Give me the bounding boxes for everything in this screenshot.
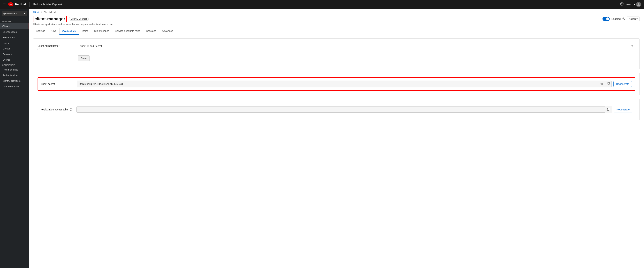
sidebar-item-authentication[interactable]: Authentication [0, 73, 29, 78]
sidebar-item-events[interactable]: Events [0, 57, 29, 63]
navbar: ☰ RH Red Hat Red Hat build of Keycloak ?… [0, 0, 644, 9]
user-avatar [636, 2, 641, 7]
sidebar-item-users[interactable]: Users [0, 40, 29, 46]
sidebar-item-realm-settings[interactable]: Realm settings [0, 67, 29, 73]
main-layout: globex-user1 ▾ Manage Clients Client sco… [0, 9, 644, 268]
sidebar-item-sessions[interactable]: Sessions [0, 52, 29, 57]
sidebar-item-clients-label: Clients [2, 25, 10, 28]
sidebar-item-client-scopes[interactable]: Client scopes [0, 29, 29, 35]
tab-credentials[interactable]: Credentials [59, 28, 79, 35]
username: user1 [626, 3, 633, 6]
authenticator-label: Client Authenticator [38, 45, 74, 47]
sidebar: globex-user1 ▾ Manage Clients Client sco… [0, 9, 29, 268]
breadcrumb: Clients > Client details [29, 9, 644, 14]
registration-token-input[interactable] [76, 107, 605, 113]
sidebar-item-user-federation-label: User federation [3, 85, 19, 88]
sidebar-item-clients[interactable]: Clients [0, 23, 29, 29]
authenticator-control-col: Client Id and SecretClient Secret JWTPri… [78, 43, 635, 49]
secret-label: Client secret [41, 83, 77, 85]
token-copy-icon[interactable] [605, 106, 612, 113]
tab-settings[interactable]: Settings [33, 28, 48, 35]
token-label-col: Registration access token i [40, 108, 76, 111]
sidebar-item-user-federation[interactable]: User federation [0, 84, 29, 89]
card-body-authenticator: Client Authenticator i Client Id and Sec… [33, 39, 640, 69]
redhat-logo-icon: RH [8, 2, 14, 7]
sidebar-item-events-label: Events [3, 59, 10, 61]
sidebar-item-realm-roles-label: Realm roles [3, 36, 15, 39]
card-body-secret: Client secret [33, 73, 640, 95]
page-header: client-manager OpenID Connect Enabled ? … [29, 14, 644, 22]
registration-token-row: Registration access token i Regenerate [38, 103, 635, 116]
sidebar-item-realm-roles[interactable]: Realm roles [0, 35, 29, 40]
save-button[interactable]: Save [78, 55, 90, 61]
breadcrumb-current: Client details [44, 11, 57, 14]
breadcrumb-separator: > [41, 11, 43, 14]
action-label: Action [629, 18, 636, 20]
sidebar-item-sessions-label: Sessions [3, 53, 12, 56]
client-secret-row: Client secret [38, 77, 635, 91]
action-dropdown[interactable]: Action ▾ [627, 17, 640, 21]
sidebar-item-authentication-label: Authentication [3, 74, 18, 77]
sidebar-item-realm-settings-label: Realm settings [3, 68, 18, 71]
registration-token-card: Registration access token i Regenerate [33, 99, 640, 120]
help-icon[interactable]: ? [620, 2, 624, 6]
page-title: client-manager [33, 16, 67, 22]
enabled-toggle[interactable] [602, 17, 610, 21]
sidebar-item-users-label: Users [3, 42, 9, 45]
svg-text:RH: RH [10, 4, 12, 6]
sidebar-item-identity-providers-label: Identity providers [3, 80, 20, 82]
manage-section-label: Manage [0, 19, 29, 23]
regenerate-token-button[interactable]: Regenerate [614, 107, 632, 112]
realm-chevron-icon: ▾ [24, 12, 25, 15]
authenticator-row: Client Authenticator i Client Id and Sec… [38, 43, 635, 50]
tab-client-scopes[interactable]: Client scopes [91, 28, 112, 35]
authenticator-select[interactable]: Client Id and SecretClient Secret JWTPri… [78, 43, 635, 49]
realm-selector[interactable]: globex-user1 ▾ [2, 11, 27, 16]
enabled-label: Enabled [612, 18, 621, 20]
realm-name: globex-user1 [4, 12, 17, 15]
regenerate-secret-button[interactable]: Regenerate [614, 81, 632, 87]
openid-connect-badge: OpenID Connect [69, 17, 89, 21]
token-input-group [76, 106, 612, 113]
tab-service-accounts-roles[interactable]: Service accounts roles [112, 28, 143, 35]
save-label-spacer [38, 54, 74, 55]
navbar-product: Red Hat build of Keycloak [33, 3, 62, 6]
secret-hide-icon[interactable] [598, 81, 605, 87]
navbar-right: ? user1 ▾ [620, 2, 641, 7]
configure-section-label: Configure [0, 63, 29, 67]
sidebar-item-identity-providers[interactable]: Identity providers [0, 78, 29, 84]
svg-rect-13 [608, 108, 610, 110]
sidebar-item-groups[interactable]: Groups [0, 46, 29, 52]
tab-advanced[interactable]: Advanced [159, 28, 176, 35]
header-right: Enabled ? Action ▾ [602, 17, 640, 21]
secret-input-group [77, 81, 612, 87]
navbar-brand: Red Hat [15, 3, 26, 6]
client-secret-card: Client secret [33, 73, 640, 95]
tab-sessions[interactable]: Sessions [143, 28, 159, 35]
client-secret-input[interactable] [77, 81, 598, 87]
hamburger-icon[interactable]: ☰ [3, 2, 6, 6]
user-menu[interactable]: user1 ▾ [626, 2, 641, 7]
action-chevron-icon: ▾ [636, 18, 638, 20]
page-description: Clients are applications and services th… [29, 22, 644, 28]
user-chevron-icon: ▾ [634, 3, 635, 6]
tab-roles[interactable]: Roles [79, 28, 91, 35]
authenticator-label-col: Client Authenticator i [38, 43, 74, 50]
save-button-col: Save [78, 54, 635, 61]
secret-copy-icon[interactable] [605, 81, 612, 87]
navbar-logo: RH Red Hat [8, 2, 26, 7]
token-label: Registration access token [40, 108, 69, 111]
main-content: Clients > Client details client-manager … [29, 9, 644, 268]
breadcrumb-clients-link[interactable]: Clients [33, 11, 40, 14]
svg-text:?: ? [623, 18, 624, 20]
save-row: Save [38, 54, 635, 61]
card-body-token: Registration access token i Regenerate [33, 99, 640, 120]
sidebar-item-client-scopes-label: Client scopes [3, 31, 17, 33]
svg-text:?: ? [621, 3, 622, 5]
authenticator-info-icon[interactable]: i [38, 48, 40, 50]
token-info-icon[interactable]: i [70, 108, 72, 111]
svg-rect-11 [608, 82, 610, 84]
enabled-help-icon[interactable]: ? [622, 18, 625, 21]
navbar-divider [30, 2, 30, 7]
tab-keys[interactable]: Keys [48, 28, 59, 35]
